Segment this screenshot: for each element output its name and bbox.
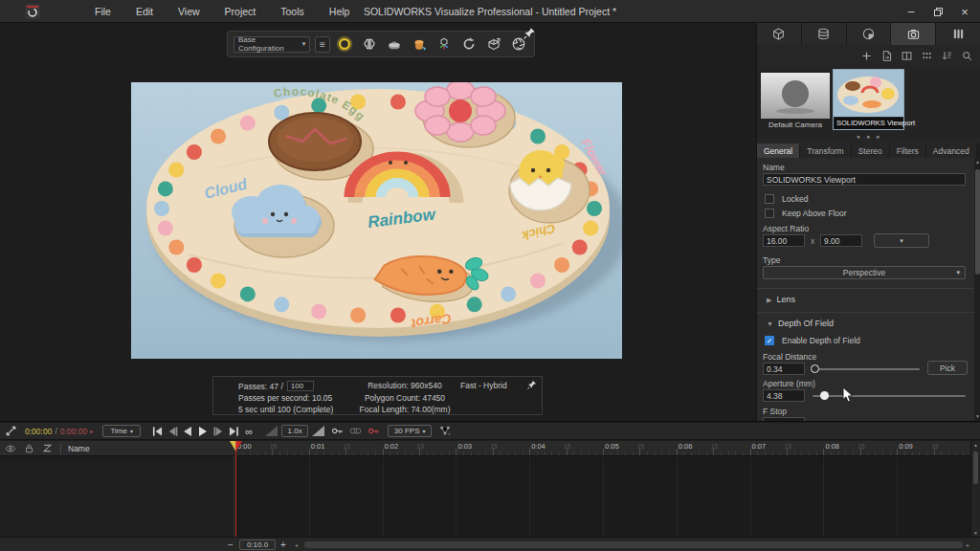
pick-button[interactable]: Pick: [927, 361, 968, 375]
search-icon[interactable]: [961, 50, 973, 62]
aperture-slider-handle[interactable]: [820, 391, 829, 400]
scroll-down-icon[interactable]: ▼: [971, 530, 980, 536]
track-list-area[interactable]: [0, 456, 234, 537]
export-icon[interactable]: [880, 50, 893, 62]
scrollbar-thumb[interactable]: [304, 541, 963, 548]
palette-tab-cameras[interactable]: [891, 23, 936, 45]
palette-tab-environments[interactable]: [936, 23, 980, 45]
aperture-input[interactable]: [763, 389, 805, 402]
focal-distance-input[interactable]: [763, 363, 805, 375]
ruler-second-cell[interactable]: 0:0015: [235, 441, 309, 456]
restore-button[interactable]: [924, 0, 951, 23]
type-dropdown[interactable]: Perspective ▾: [763, 266, 966, 279]
play-button[interactable]: [196, 425, 210, 437]
link-keyframes-icon[interactable]: [349, 425, 362, 437]
render-viewport[interactable]: Chocolate Egg Flower Cloud Rainbow Chick…: [0, 23, 756, 421]
paint-bucket-icon[interactable]: [409, 33, 429, 55]
playhead-line[interactable]: [235, 441, 236, 537]
split-view-icon[interactable]: [901, 50, 913, 62]
tab-advanced[interactable]: Advanced: [926, 143, 977, 158]
menu-project[interactable]: Project: [212, 0, 269, 23]
timeline-horizontal-scrollbar[interactable]: [304, 541, 963, 548]
camera-thumbnail-default[interactable]: [761, 73, 830, 119]
ruler-second-cell[interactable]: 0:0515: [603, 441, 677, 456]
timeline-zoom-in-button[interactable]: +: [280, 540, 286, 550]
hscroll-left-icon[interactable]: ◂: [295, 541, 298, 548]
timeline-track-area[interactable]: [235, 456, 970, 537]
pin-icon[interactable]: [523, 27, 536, 40]
tab-transform[interactable]: Transform: [800, 143, 851, 158]
aspect-height-input[interactable]: [820, 234, 862, 247]
timeline-ruler[interactable]: 0:00150:01150:02150:03150:04150:05150:06…: [235, 441, 970, 456]
name-input[interactable]: [763, 173, 966, 186]
minimize-button[interactable]: –: [898, 0, 924, 23]
previous-frame-button[interactable]: [166, 425, 179, 437]
palette-tab-appearances[interactable]: [847, 23, 892, 45]
playhead-marker[interactable]: [230, 441, 243, 452]
camera-thumbnail-viewport[interactable]: SOLIDWORKS Viewport: [833, 69, 904, 130]
passes-limit-input[interactable]: [287, 381, 314, 391]
hamburger-icon[interactable]: ≡: [315, 36, 329, 53]
menu-view[interactable]: View: [166, 0, 212, 23]
focal-distance-slider-handle[interactable]: [811, 364, 819, 373]
move-object-icon[interactable]: [434, 33, 454, 55]
next-frame-button[interactable]: [212, 425, 225, 437]
rotate-icon[interactable]: [458, 33, 479, 55]
tab-stereo[interactable]: Stereo: [852, 143, 890, 158]
playback-speed-input[interactable]: 1.0x: [281, 425, 308, 437]
denoiser-brain-icon[interactable]: [360, 33, 380, 55]
timeline-vertical-scrollbar[interactable]: ▲ ▼: [970, 441, 980, 537]
visibility-eye-icon[interactable]: [5, 443, 16, 454]
focal-distance-slider[interactable]: [813, 368, 920, 370]
tab-filters[interactable]: Filters: [890, 143, 926, 158]
stats-pin-icon[interactable]: [526, 380, 537, 390]
scrollbar-thumb[interactable]: [973, 452, 978, 484]
timeline-duration-input[interactable]: 0:10.0: [239, 540, 276, 550]
loop-button[interactable]: ∞: [242, 425, 256, 437]
hscroll-right-icon[interactable]: ▸: [967, 541, 969, 548]
menu-file[interactable]: File: [82, 0, 123, 23]
turntable-icon[interactable]: [385, 33, 405, 55]
import-model-icon[interactable]: [483, 33, 503, 55]
render-ring-icon[interactable]: [335, 33, 355, 55]
ruler-second-cell[interactable]: 0:0115: [309, 441, 383, 456]
go-to-end-button[interactable]: [227, 425, 240, 437]
menu-tools[interactable]: Tools: [268, 0, 317, 23]
ruler-second-cell[interactable]: 0:0615: [677, 441, 750, 456]
display-options-icon[interactable]: [921, 50, 933, 62]
curve-editor-icon[interactable]: [42, 443, 53, 453]
lens-section-header[interactable]: ▶ Lens: [767, 295, 795, 304]
scroll-down-icon[interactable]: ▼: [974, 412, 980, 420]
close-button[interactable]: ×: [951, 0, 978, 23]
timeline-select-icon[interactable]: [5, 425, 17, 437]
scroll-up-icon[interactable]: ▲: [971, 441, 980, 450]
scroll-up-icon[interactable]: ▲: [974, 158, 980, 165]
ruler-second-cell[interactable]: 0:0915: [897, 441, 970, 456]
aspect-ratio-preset-dropdown[interactable]: ▾: [874, 233, 929, 248]
enable-dof-checkbox[interactable]: ✓: [765, 336, 774, 345]
aperture-slider[interactable]: [813, 395, 966, 397]
ruler-second-cell[interactable]: 0:0815: [823, 441, 897, 456]
animation-tree-icon[interactable]: [438, 425, 452, 437]
menu-edit[interactable]: Edit: [123, 0, 166, 23]
palette-tab-scenes[interactable]: [802, 23, 847, 45]
palette-tab-models[interactable]: [757, 23, 802, 45]
keyframe-icon[interactable]: [331, 425, 344, 437]
add-icon[interactable]: [860, 50, 873, 62]
panel-resize-handle[interactable]: ● ● ●: [757, 133, 980, 140]
delete-keyframe-icon[interactable]: [368, 425, 380, 437]
ruler-second-cell[interactable]: 0:0715: [750, 441, 824, 456]
play-reverse-button[interactable]: [181, 425, 194, 437]
aspect-width-input[interactable]: [763, 234, 805, 247]
locked-checkbox[interactable]: [765, 194, 774, 204]
tab-general[interactable]: General: [757, 143, 800, 158]
configuration-dropdown[interactable]: Base Configuration ▾: [234, 36, 310, 53]
menu-help[interactable]: Help: [317, 0, 363, 23]
ruler-second-cell[interactable]: 0:0415: [529, 441, 603, 456]
ruler-second-cell[interactable]: 0:0215: [383, 441, 457, 456]
panel-scrollbar[interactable]: ▲ ▼: [974, 158, 980, 421]
fps-dropdown[interactable]: 30 FPS▾: [388, 425, 432, 437]
sort-icon[interactable]: [941, 50, 953, 62]
scrollbar-thumb[interactable]: [975, 169, 980, 275]
ramp-up-icon[interactable]: [312, 426, 324, 436]
